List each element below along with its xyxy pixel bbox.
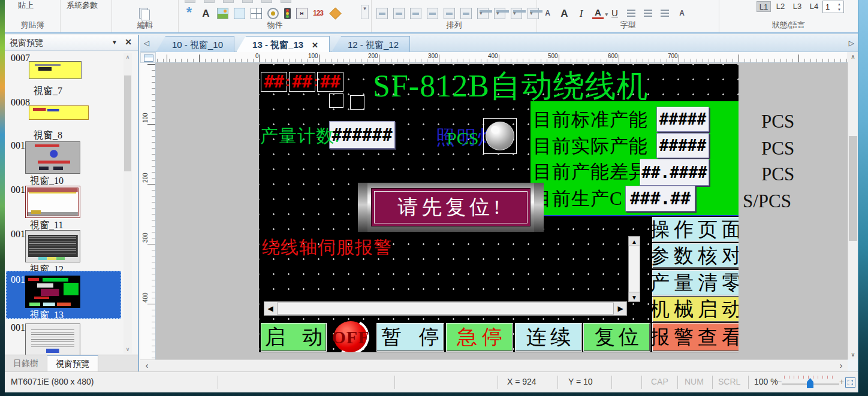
font-grow-icon[interactable]: A <box>559 8 570 19</box>
object-overflow-button[interactable]: ▾ <box>361 5 369 19</box>
zoom-out-button[interactable]: − <box>777 377 782 386</box>
cycle-time-label[interactable]: 目前生产C <box>533 186 623 211</box>
group-icon[interactable] <box>511 8 522 19</box>
actual-capacity-field[interactable]: ##### <box>656 133 709 158</box>
paste-button[interactable]: 貼上 <box>18 0 34 11</box>
parameter-check-button[interactable]: 参数核对 <box>652 243 739 268</box>
align-center-text-icon[interactable] <box>643 8 654 19</box>
off-lamp-button[interactable]: OFF <box>327 321 375 352</box>
window-name[interactable]: 視窗_8 <box>34 129 62 142</box>
zoom-in-button[interactable]: + <box>839 377 844 386</box>
tab-scroll-right-icon[interactable]: ▷ <box>849 39 854 47</box>
sidebar-scrollbar-thumb[interactable] <box>124 75 131 171</box>
system-params-button[interactable]: 系統參數 <box>67 0 98 11</box>
scroll-down-icon[interactable]: ∨ <box>848 350 858 359</box>
align-left-icon[interactable] <box>626 8 637 19</box>
standard-capacity-unit[interactable]: PCS <box>761 111 794 132</box>
capacity-diff-label[interactable]: 目前产能差异 <box>533 159 648 185</box>
italic-icon[interactable]: I <box>575 8 587 19</box>
alarm-vertical-scrollbar[interactable]: ▲ ▼ <box>628 236 640 302</box>
copy-icon[interactable] <box>141 10 150 20</box>
window-thumbnail[interactable] <box>25 230 80 262</box>
tab-directory-tree[interactable]: 目錄樹 <box>5 355 47 371</box>
state-button-l1[interactable]: L1 <box>757 1 771 12</box>
canvas-vscroll-thumb[interactable] <box>849 136 857 241</box>
alarm-text[interactable]: 绕线轴伺服报警 <box>262 235 392 260</box>
state-button-l3[interactable]: L3 <box>790 1 804 12</box>
word-lamp-tool-icon[interactable]: H <box>296 8 308 19</box>
rectangle-tool-icon[interactable] <box>234 8 245 19</box>
pause-button[interactable]: 暂 停 <box>376 323 444 352</box>
small-bit-lamp-object[interactable] <box>350 95 364 110</box>
tab-window-12[interactable]: 12 - 視窗_12 <box>331 36 410 52</box>
capacity-diff-field[interactable]: ##.#### <box>640 159 709 186</box>
window-thumbnail[interactable] <box>25 186 80 218</box>
hmi-screen[interactable]: ## : ## : ## SF-812B自动绕线机 产量计数: ###### P… <box>259 64 739 352</box>
align-right-icon[interactable] <box>659 8 671 19</box>
production-count-unit[interactable]: PCS <box>447 128 478 149</box>
font-styler-icon[interactable]: A <box>676 8 688 19</box>
clear-output-button[interactable]: 产量清零 <box>652 270 739 296</box>
state-button-l4[interactable]: L4 <box>807 1 821 12</box>
alarm-view-button[interactable]: 报警查看 <box>652 323 739 352</box>
tab-window-10[interactable]: 10 - 視窗_10 <box>156 36 234 52</box>
actual-capacity-label[interactable]: 目前实际产能 <box>533 134 648 159</box>
tab-window-preview[interactable]: 視窗預覽 <box>47 355 98 371</box>
window-name[interactable]: 視窗_13 <box>30 309 64 322</box>
scroll-right-icon[interactable]: ▶ <box>614 302 626 315</box>
window-thumbnail[interactable] <box>29 61 82 79</box>
scroll-up-icon[interactable]: ∧ <box>848 52 858 62</box>
sidebar-scrollbar[interactable]: ∧ ∨ <box>123 53 132 353</box>
small-bit-lamp-object[interactable] <box>329 93 343 108</box>
canvas-horizontal-scrollbar[interactable]: ‹ › <box>140 359 848 371</box>
indicator-tool-icon[interactable] <box>284 8 291 19</box>
scroll-up-icon[interactable]: ▲ <box>628 236 640 246</box>
state-spinner-arrows[interactable]: ▲▼ <box>836 1 843 13</box>
state-spinner[interactable]: 1 ▲▼ <box>822 1 844 13</box>
canvas-vertical-scrollbar[interactable]: ∧ ∨ <box>848 52 858 359</box>
distribute-icon[interactable] <box>393 8 405 19</box>
zoom-slider-handle[interactable] <box>807 378 813 388</box>
machine-start-button[interactable]: 机械启动 <box>652 297 739 322</box>
continue-button[interactable]: 连续 <box>515 323 582 352</box>
cycle-time-unit[interactable]: S/PCS <box>743 191 791 212</box>
flip-icon[interactable] <box>494 8 505 19</box>
grid-tool-icon[interactable] <box>251 8 262 19</box>
fit-to-window-icon[interactable] <box>845 377 855 388</box>
cycle-time-field[interactable]: ###.## <box>625 186 695 211</box>
production-count-label[interactable]: 产量计数: <box>260 124 340 149</box>
scroll-left-icon[interactable]: ◀ <box>264 302 276 315</box>
window-thumbnail[interactable] <box>25 324 80 355</box>
tab-window-13[interactable]: 13 - 視窗_13✕ <box>236 36 330 52</box>
alarm-scrollbar-thumb[interactable] <box>277 303 614 315</box>
layer-icon[interactable] <box>477 8 489 19</box>
nudge-icon[interactable] <box>460 8 472 19</box>
scroll-up-icon[interactable]: ∧ <box>123 53 132 61</box>
estop-button[interactable]: 急停 <box>446 323 513 352</box>
workspace[interactable]: ## : ## : ## SF-812B自动绕线机 产量计数: ###### P… <box>156 63 848 359</box>
same-size-icon[interactable] <box>444 8 455 19</box>
lighting-knob-button[interactable] <box>483 118 517 154</box>
clock-hours-object[interactable]: ## <box>261 72 287 92</box>
window-thumbnail[interactable] <box>25 276 80 308</box>
numeric-tool-icon[interactable]: 123 <box>313 8 324 19</box>
actual-capacity-unit[interactable]: PCS <box>761 138 794 159</box>
align-center-icon[interactable] <box>376 8 388 19</box>
same-height-icon[interactable] <box>427 8 438 19</box>
scroll-right-icon[interactable]: › <box>836 360 846 372</box>
message-display-bezel[interactable]: 请先复位! <box>358 183 544 232</box>
font-color-icon[interactable]: A <box>592 8 604 19</box>
standard-capacity-field[interactable]: ##### <box>656 107 709 132</box>
text-tool-icon[interactable]: A <box>200 8 212 19</box>
start-button[interactable]: 启 动 <box>261 323 327 352</box>
state-button-l2[interactable]: L2 <box>773 1 788 12</box>
capacity-diff-unit[interactable]: PCS <box>761 164 794 185</box>
window-thumbnail[interactable] <box>25 141 80 174</box>
ruler-corner-button[interactable] <box>140 52 156 63</box>
reset-button[interactable]: 复位 <box>583 323 650 352</box>
window-name[interactable]: 視窗_7 <box>34 85 62 98</box>
lamp-tool-icon[interactable] <box>267 8 279 19</box>
same-width-icon[interactable] <box>410 8 421 19</box>
clock-seconds-object[interactable]: ## <box>317 72 343 92</box>
clock-minutes-object[interactable]: ## <box>289 72 315 92</box>
